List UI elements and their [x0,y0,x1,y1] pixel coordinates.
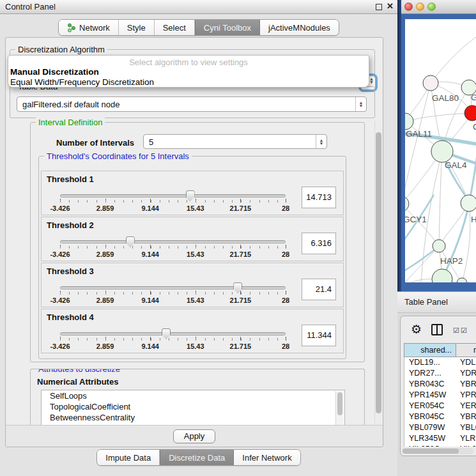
node-h[interactable] [461,195,476,211]
tab-style[interactable]: Style [119,20,155,35]
number-of-intervals-combobox[interactable]: 5 ▲ ▼ [143,134,327,149]
node-gal80[interactable] [423,75,438,91]
cell: YBL0 [456,422,476,433]
number-of-intervals-value: 5 [149,137,153,146]
panel-title: Control Panel [5,2,56,12]
tab-select[interactable]: Select [155,20,195,35]
tab-network[interactable]: Network [59,20,119,35]
threshold-3-value-field[interactable]: 21.4 [302,279,336,300]
cell: YDR27... [404,368,456,379]
stepper-down-icon: ▼ [359,104,364,107]
list-item[interactable]: TopologicalCoefficient [42,401,344,412]
node-red[interactable] [464,105,476,121]
threshold-2-value-field[interactable]: 6.316 [302,233,336,254]
option-manual-discretization[interactable]: Manual Discretization [10,67,99,77]
network-view-window: GAL80 GA C GAL11 GAL4 GCY1 H HAP2 [401,0,476,291]
tick-label: 2.859 [96,296,114,304]
option-equal-width-frequency[interactable]: Equal Width/Frequency Discretization [10,77,154,87]
network-window-titlebar [401,0,476,14]
table-panel-body: ⚙ ☑ ☑ shared... na YDL19... YDL1 YDR27..… [400,316,476,456]
list-item[interactable]: SelfLoops [42,390,344,401]
top-tab-group: Network Style Select Cyni Toolbox jActiv… [58,19,339,36]
float-window-icon[interactable] [376,4,382,10]
cell: YLR3 [456,433,476,444]
thresholds-group-title: Threshold's Coordinates for 5 Intervals [44,151,192,161]
bottom-tab-group: Impute Data Discretize Data Infer Networ… [96,449,300,466]
slider-minor-ticks [60,292,286,295]
table-row[interactable]: YIL052C YIL0 [404,444,476,447]
threshold-4-value-field[interactable]: 11.344 [302,325,336,346]
top-tabbar: Network Style Select Cyni Toolbox jActiv… [0,19,397,36]
node-gal4[interactable] [431,141,453,162]
table-row[interactable]: YER054C YER0 [404,401,476,411]
threshold-3-slider[interactable] [60,286,286,289]
tab-impute-data[interactable]: Impute Data [97,450,160,465]
list-item[interactable]: BetweennessCentrality [42,412,344,423]
thresholds-group: Threshold's Coordinates for 5 Intervals … [38,156,346,359]
threshold-2-slider[interactable] [60,240,286,243]
table-rows: YDL19... YDL1 YDR27... YDR2 YBR043C YBR0… [404,357,476,447]
slider-scale: -3.426 2.859 9.144 15.43 21.715 28 [60,341,286,350]
table-row[interactable]: YPR145W YPR1 [404,390,476,401]
mac-close-button[interactable] [404,3,413,11]
network-view-frame: GAL80 GA C GAL11 GAL4 GCY1 H HAP2 [401,14,476,291]
right-column: GAL80 GA C GAL11 GAL4 GCY1 H HAP2 Table [397,0,476,476]
panel-scrollbar[interactable] [374,121,382,425]
cell: YER054C [404,401,456,411]
split-columns-icon[interactable] [431,324,443,335]
panel-scrollbar-thumb[interactable] [376,132,381,413]
cell: YPR145W [404,390,456,401]
tab-cyni-toolbox[interactable]: Cyni Toolbox [195,20,260,35]
table-horizontal-scrollbar-thumb[interactable] [403,449,459,454]
node-label: HAP2 [440,256,463,266]
table-header-row: shared... na [404,343,476,357]
combo-stepper: ▲ ▼ [316,135,326,148]
cell: YDL19... [404,357,456,368]
table-data-combobox[interactable]: galFiltered.sif default node ▲ ▼ [17,96,367,112]
slider-minor-ticks [60,338,286,341]
table-data-value: galFiltered.sif default node [22,100,119,109]
tab-infer-network[interactable]: Infer Network [234,450,300,465]
table-row[interactable]: YBR043C YBR0 [404,379,476,390]
threshold-1-slider[interactable] [60,194,286,197]
apply-button[interactable]: Apply [173,429,215,443]
close-icon[interactable]: ✕ [387,1,394,11]
slider-minor-ticks [60,200,286,203]
mac-minimize-button[interactable] [416,3,424,11]
list-scrollbar-thumb[interactable] [337,392,342,415]
node-label: GAL11 [406,129,432,139]
tab-discretize-data[interactable]: Discretize Data [160,450,234,465]
threshold-1-value-field[interactable]: 14.713 [302,187,336,208]
node-label: H [471,215,476,224]
node-table: shared... na YDL19... YDL1 YDR27... YDR2… [404,343,476,447]
table-row[interactable]: YBR045C YBR0 [404,411,476,422]
column-header-shared-name[interactable]: shared... [404,343,456,357]
node-gcy1[interactable] [405,196,409,211]
cyni-toolbox-panel: Discretization Algorithm ▲ ▼ Table Data … [5,37,383,447]
node-hap2[interactable] [433,240,445,252]
number-of-intervals-label: Number of Intervals [56,138,134,148]
checkbox-icon[interactable]: ☑ [461,326,467,335]
table-row[interactable]: YLR345W YLR3 [404,433,476,444]
tab-jactivemnodules[interactable]: jActiveMNodules [260,20,339,35]
mac-zoom-button[interactable] [427,3,436,11]
node-bottom-2[interactable] [457,278,467,282]
threshold-2-label: Threshold 2 [47,220,94,230]
threshold-4-slider[interactable] [60,332,286,335]
tick-label: 2.859 [96,204,114,212]
checkbox-icon[interactable]: ☑ [453,326,459,335]
tick-label: 9.144 [141,250,159,258]
tick-label: 28 [282,250,289,258]
tick-label: 15.43 [187,296,204,304]
table-horizontal-scrollbar[interactable] [402,448,473,454]
tick-label: 28 [282,204,289,212]
table-row[interactable]: YBL079W YBL0 [404,422,476,433]
table-row[interactable]: YDL19... YDL1 [404,357,476,368]
cell: YPR1 [456,390,476,401]
table-row[interactable]: YDR27... YDR2 [404,368,476,379]
gear-icon[interactable]: ⚙ [411,322,422,337]
node-bottom[interactable] [432,269,452,282]
threshold-4-label: Threshold 4 [47,312,94,322]
column-header-name[interactable]: na [456,343,476,357]
network-canvas[interactable]: GAL80 GA C GAL11 GAL4 GCY1 H HAP2 [405,19,476,282]
